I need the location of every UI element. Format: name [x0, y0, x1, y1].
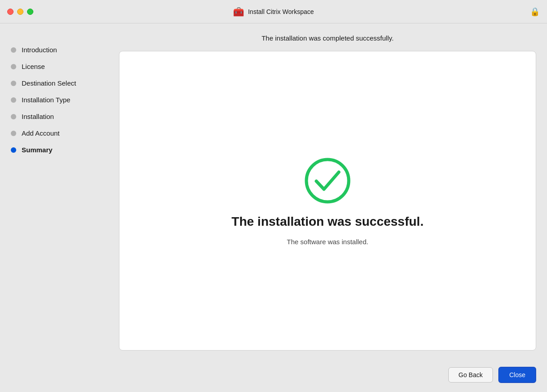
sidebar-label-installation: Installation: [22, 113, 54, 120]
sidebar-item-add-account: Add Account: [11, 125, 110, 141]
sidebar: Introduction License Destination Select …: [11, 32, 110, 351]
minimize-button[interactable]: [17, 9, 23, 15]
content-area: The installation was completed successfu…: [119, 32, 536, 351]
success-checkmark-icon: [303, 156, 352, 205]
maximize-button[interactable]: [27, 9, 33, 15]
sidebar-dot-license: [11, 64, 16, 69]
sidebar-item-installation-type: Installation Type: [11, 91, 110, 108]
svg-point-0: [306, 160, 349, 202]
sidebar-label-installation-type: Installation Type: [22, 96, 70, 104]
sidebar-dot-introduction: [11, 47, 16, 53]
window-controls: [7, 9, 33, 15]
sidebar-label-license: License: [22, 63, 45, 70]
sidebar-dot-add-account: [11, 131, 16, 136]
sidebar-dot-installation-type: [11, 97, 16, 103]
app-icon: 🧰: [233, 6, 244, 17]
success-icon-wrapper: [303, 156, 352, 205]
footer: Go Back Close: [0, 361, 547, 392]
top-success-message: The installation was completed successfu…: [119, 32, 536, 46]
sidebar-item-summary: Summary: [11, 141, 110, 158]
sidebar-label-destination-select: Destination Select: [22, 79, 76, 87]
lock-icon: 🔒: [530, 7, 540, 17]
sidebar-item-introduction: Introduction: [11, 41, 110, 58]
titlebar: 🧰 Install Citrix Workspace 🔒: [0, 0, 547, 23]
sidebar-dot-installation: [11, 114, 16, 119]
sidebar-label-introduction: Introduction: [22, 46, 57, 54]
sidebar-item-license: License: [11, 58, 110, 75]
sidebar-item-installation: Installation: [11, 108, 110, 125]
sidebar-label-add-account: Add Account: [22, 129, 59, 137]
sidebar-dot-summary: [11, 147, 16, 153]
content-panel: The installation was successful. The sof…: [119, 51, 536, 351]
close-button-footer[interactable]: Close: [498, 367, 536, 383]
main-layout: Introduction License Destination Select …: [0, 23, 547, 361]
success-subtitle: The software was installed.: [287, 238, 369, 246]
success-title: The installation was successful.: [232, 214, 424, 229]
sidebar-dot-destination-select: [11, 81, 16, 86]
window-title-text: Install Citrix Workspace: [248, 8, 314, 15]
window-title: 🧰 Install Citrix Workspace: [233, 6, 314, 17]
sidebar-label-summary: Summary: [22, 146, 52, 154]
go-back-button[interactable]: Go Back: [448, 367, 493, 383]
sidebar-item-destination-select: Destination Select: [11, 75, 110, 91]
close-button[interactable]: [7, 9, 14, 15]
